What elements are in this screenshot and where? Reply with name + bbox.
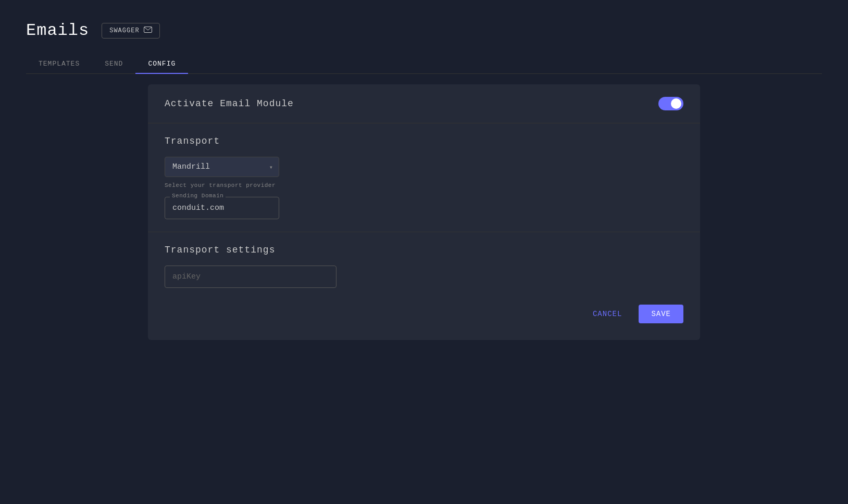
cancel-button[interactable]: CANCEL bbox=[584, 305, 630, 323]
api-key-input[interactable] bbox=[165, 266, 336, 288]
transport-select[interactable]: Mandrill SMTP SendGrid SES bbox=[165, 157, 279, 177]
transport-select-wrapper: Mandrill SMTP SendGrid SES ▾ bbox=[165, 157, 279, 177]
sending-domain-label: Sending Domain bbox=[170, 193, 226, 199]
transport-section-title: Transport bbox=[165, 136, 683, 146]
swagger-button[interactable]: SWAGGER bbox=[102, 23, 159, 39]
main-content: Activate Email Module Transport Mandrill… bbox=[26, 84, 822, 340]
tab-templates[interactable]: TEMPLATES bbox=[26, 55, 92, 74]
tabs-row: TEMPLATES SEND CONFIG bbox=[26, 55, 822, 74]
save-button[interactable]: SAVE bbox=[639, 305, 683, 323]
activate-toggle[interactable] bbox=[658, 97, 683, 110]
activate-label: Activate Email Module bbox=[165, 98, 294, 109]
transport-helper-text: Select your transport provider bbox=[165, 182, 683, 188]
activate-row: Activate Email Module bbox=[148, 84, 700, 123]
transport-section: Transport Mandrill SMTP SendGrid SES ▾ S… bbox=[148, 123, 700, 232]
tab-config[interactable]: CONFIG bbox=[135, 55, 188, 74]
transport-settings-section: Transport settings CANCEL SAVE bbox=[148, 232, 700, 340]
sending-domain-input[interactable] bbox=[165, 197, 279, 219]
sending-domain-wrapper: Sending Domain bbox=[165, 197, 279, 219]
swagger-label: SWAGGER bbox=[109, 27, 139, 34]
mail-icon bbox=[144, 27, 152, 35]
toggle-slider bbox=[658, 97, 683, 110]
config-panel: Activate Email Module Transport Mandrill… bbox=[148, 84, 700, 340]
tab-send[interactable]: SEND bbox=[92, 55, 135, 74]
transport-settings-title: Transport settings bbox=[165, 245, 683, 255]
page-title: Emails bbox=[26, 21, 89, 40]
buttons-row: CANCEL SAVE bbox=[165, 305, 683, 323]
